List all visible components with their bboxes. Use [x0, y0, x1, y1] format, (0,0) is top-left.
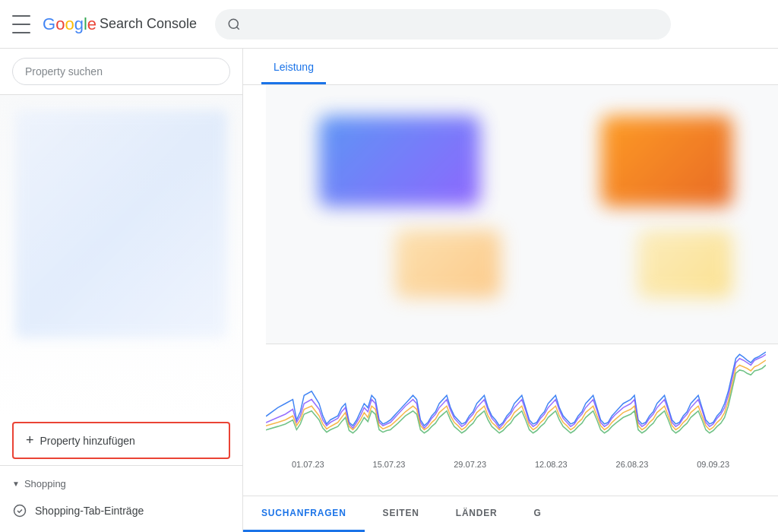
- sidebar: + Property hinzufügen ▼ Shopping Shoppin…: [0, 49, 243, 532]
- x-label-5: 26.08.23: [616, 460, 649, 469]
- x-label-6: 09.09.23: [697, 460, 729, 469]
- svg-line-1: [237, 27, 239, 29]
- performance-chart: [255, 350, 766, 457]
- stats-top-row: [243, 85, 778, 222]
- leistung-tab[interactable]: Leistung: [261, 52, 326, 84]
- tab-laender[interactable]: LÄNDER: [438, 496, 516, 532]
- tab-seiten[interactable]: SEITEN: [365, 496, 438, 532]
- add-property-label: Property hinzufügen: [40, 435, 135, 447]
- chart-section: 01.07.23 15.07.23 29.07.23 12.08.23 26.0…: [243, 344, 778, 496]
- svg-point-2: [14, 505, 26, 517]
- stat-card-blue: [319, 116, 480, 207]
- main-content: Leistung: [243, 49, 778, 532]
- tab-bar: Leistung: [243, 49, 778, 85]
- property-search-container: [0, 49, 242, 95]
- shopping-section-label: Shopping: [24, 478, 66, 489]
- chart-area: 01.07.23 15.07.23 29.07.23 12.08.23 26.0…: [243, 85, 778, 496]
- app-title: Search Console: [100, 16, 197, 32]
- x-label-2: 15.07.23: [373, 460, 406, 469]
- layout: + Property hinzufügen ▼ Shopping Shoppin…: [0, 49, 778, 532]
- shopping-tab-item[interactable]: Shopping-Tab-Einträge: [0, 496, 242, 526]
- stat-card-orange: [601, 116, 732, 207]
- sidebar-blurred-content: [0, 95, 242, 416]
- google-logo: Google: [43, 14, 96, 34]
- search-bar[interactable]: [215, 9, 671, 40]
- svg-point-0: [229, 19, 238, 28]
- chart-inner: 01.07.23 15.07.23 29.07.23 12.08.23 26.0…: [243, 344, 778, 496]
- bottom-tabs: SUCHANFRAGEN SEITEN LÄNDER G: [243, 496, 778, 532]
- stat-card-peach2: [637, 230, 732, 298]
- chevron-down-icon: ▼: [12, 480, 20, 488]
- tab-g[interactable]: G: [516, 496, 560, 532]
- menu-icon[interactable]: [12, 15, 30, 33]
- search-icon: [227, 17, 241, 31]
- shopping-tab-label: Shopping-Tab-Einträge: [35, 505, 144, 517]
- x-label-3: 29.07.23: [454, 460, 486, 469]
- stat-card-peach: [395, 230, 501, 298]
- x-label-4: 12.08.23: [535, 460, 568, 469]
- sidebar-blur-blob: [15, 110, 227, 338]
- add-property-button[interactable]: + Property hinzufügen: [12, 422, 230, 459]
- shopping-tab-icon: [12, 503, 27, 518]
- stats-bottom-row: [243, 222, 778, 313]
- x-label-1: 01.07.23: [292, 460, 324, 469]
- header: Google Search Console: [0, 0, 778, 49]
- x-axis-labels: 01.07.23 15.07.23 29.07.23 12.08.23 26.0…: [255, 460, 766, 469]
- plus-icon: +: [26, 432, 34, 448]
- shopping-section: ▼ Shopping Shopping-Tab-Einträge: [0, 465, 242, 532]
- tab-suchanfragen[interactable]: SUCHANFRAGEN: [243, 496, 365, 532]
- property-search-input[interactable]: [12, 58, 230, 85]
- shopping-header[interactable]: ▼ Shopping: [0, 472, 242, 496]
- chart-left-overlay: [243, 85, 266, 496]
